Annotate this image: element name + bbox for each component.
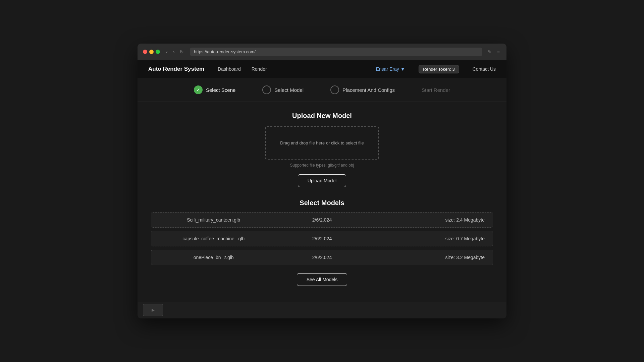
upload-btn-container: Upload Model [151,174,493,187]
nav-link-render[interactable]: Render [252,66,267,72]
reload-button[interactable]: ↻ [178,49,186,55]
models-section-title: Select Models [151,199,493,207]
upload-model-button[interactable]: Upload Model [298,174,346,187]
step-label-placement: Placement And Configs [342,87,395,93]
model-date-2: 2/6/2.024 [268,255,376,260]
address-bar[interactable] [190,48,482,56]
minimize-button[interactable] [149,50,154,54]
browser-window: ‹ › ↻ ✎ ≡ Auto Render System Dashboard R… [138,44,506,318]
edit-icon[interactable]: ✎ [486,49,493,55]
model-size-2: size: 3.2 Megabyte [376,255,485,260]
top-nav: Auto Render System Dashboard Render Ensa… [138,60,506,78]
dropzone-text: Drag and drop file here or click to sele… [280,140,364,145]
step-circle-select-scene: ✓ [194,85,203,94]
model-row[interactable]: capsule_coffee_machine_.glb 2/6/2.024 si… [151,231,493,246]
model-size-1: size: 0.7 Megabyte [376,236,485,241]
chevron-down-icon: ▼ [400,66,405,72]
checkmark-icon: ✓ [196,87,200,93]
step-label-select-scene: Select Scene [206,87,235,93]
traffic-lights [143,50,160,54]
nav-user-dropdown[interactable]: Ensar Eray ▼ [376,66,405,72]
step-select-model[interactable]: Select Model [262,85,304,94]
menu-icon[interactable]: ≡ [496,49,501,55]
step-placement[interactable]: Placement And Configs [330,85,395,94]
model-date-0: 2/6/2.024 [268,217,376,223]
models-list: Scifi_military_canteen.glb 2/6/2.024 siz… [151,212,493,265]
model-name-2: onePiece_bn_2.glb [159,255,268,260]
model-row[interactable]: Scifi_military_canteen.glb 2/6/2.024 siz… [151,212,493,228]
forward-button[interactable]: › [171,49,177,55]
nav-user-name: Ensar Eray [376,66,399,72]
maximize-button[interactable] [156,50,160,54]
step-label-start-render: Start Render [422,87,450,93]
upload-section-title: Upload New Model [151,112,493,120]
app-content: Auto Render System Dashboard Render Ensa… [138,60,506,318]
step-label-select-model: Select Model [274,87,304,93]
browser-chrome: ‹ › ↻ ✎ ≡ [138,44,506,60]
nav-contact[interactable]: Contact Us [473,66,496,72]
thumb-arrow-icon: ▶ [152,308,155,312]
steps-bar: ✓ Select Scene Select Model Placement An… [138,78,506,102]
model-name-0: Scifi_military_canteen.glb [159,217,268,223]
nav-link-dashboard[interactable]: Dashboard [218,66,241,72]
app-logo: Auto Render System [148,66,204,72]
thumbnail-preview: ▶ [143,304,163,316]
model-row[interactable]: onePiece_bn_2.glb 2/6/2.024 size: 3.2 Me… [151,250,493,265]
supported-types-text: Supported file types: glb/gltf and obj [151,163,493,168]
step-circle-select-model [262,85,271,94]
model-name-1: capsule_coffee_machine_.glb [159,236,268,241]
step-circle-placement [330,85,339,94]
browser-actions: ✎ ≡ [486,49,501,55]
main-content: Upload New Model Drag and drop file here… [138,102,506,302]
back-button[interactable]: ‹ [164,49,170,55]
see-all-models-button[interactable]: See All Models [297,273,347,286]
step-select-scene[interactable]: ✓ Select Scene [194,85,235,94]
nav-links: Dashboard Render [218,66,362,72]
browser-nav-buttons: ‹ › ↻ [164,49,186,55]
model-date-1: 2/6/2.024 [268,236,376,241]
model-size-0: size: 2.4 Megabyte [376,217,485,223]
close-button[interactable] [143,50,147,54]
step-start-render: Start Render [422,87,450,93]
see-all-btn-container: See All Models [151,273,493,286]
render-token-badge[interactable]: Render Token: 3 [419,65,459,73]
file-dropzone[interactable]: Drag and drop file here or click to sele… [265,126,379,160]
bottom-bar: ▶ [138,302,506,318]
